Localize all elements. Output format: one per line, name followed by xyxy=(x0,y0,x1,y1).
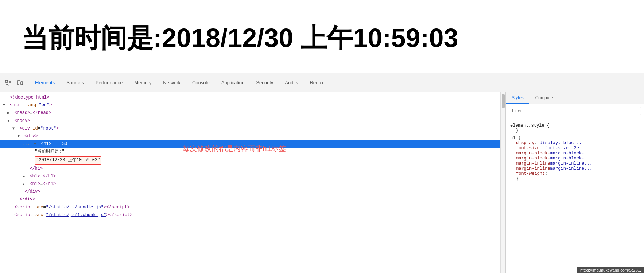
html-line-div-root-close[interactable]: </div> xyxy=(0,196,500,203)
highlight-text-node: "2018/12/30 上午10:59:03" xyxy=(35,156,101,165)
triangle-head[interactable] xyxy=(7,110,12,116)
triangle-h1-3[interactable] xyxy=(23,181,27,187)
tab-network[interactable]: Network xyxy=(157,74,186,92)
styles-filter xyxy=(506,104,644,118)
html-line-h1-3[interactable]: <h1>…</h1> xyxy=(0,180,500,188)
h1-fontweight-prop: font-weight: xyxy=(516,171,640,176)
html-line-script2[interactable]: <script src="/static/js/1.chunk.js"></sc… xyxy=(0,211,500,219)
triangle-div-root[interactable] xyxy=(12,126,17,132)
html-line-div-close[interactable]: </div> xyxy=(0,188,500,196)
h1-close: } xyxy=(516,176,640,181)
tab-redux[interactable]: Redux xyxy=(304,74,329,92)
scrollbar-thumb[interactable] xyxy=(502,94,505,108)
tooltip-bar: https://img.mukewang.com/5c28... xyxy=(577,267,644,273)
svg-rect-6 xyxy=(21,82,23,85)
svg-rect-0 xyxy=(5,80,8,82)
h1-style-body: display: display: bloc... font-size: fon… xyxy=(510,141,640,181)
element-style-selector: element.style { xyxy=(510,123,640,128)
tab-security[interactable]: Security xyxy=(250,74,279,92)
html-line-h1-selected[interactable]: ... <h1> == $0 xyxy=(0,140,500,148)
devtools-tabs: Elements Sources Performance Memory Netw… xyxy=(29,73,329,92)
inspect-element-icon[interactable] xyxy=(3,78,13,88)
h1-margininlinestart-prop: margin-inlinemargin-inline... xyxy=(516,161,640,166)
device-toolbar-icon[interactable] xyxy=(15,78,25,88)
styles-panel: Styles Compute element.style { } h1 { di… xyxy=(505,92,644,273)
h1-fontsize-prop: font-size: font-size: 2e... xyxy=(516,146,640,151)
html-line-h1-close[interactable]: </h1> xyxy=(0,165,500,173)
html-line-body[interactable]: <body> xyxy=(0,117,500,125)
html-line-head[interactable]: <head>…</head> xyxy=(0,109,500,117)
html-panel[interactable]: 每次修改的都是内容而非h1标签 <!doctype html> <html la… xyxy=(0,92,500,273)
devtools-icon-group xyxy=(3,78,25,88)
triangle-html[interactable] xyxy=(3,103,7,108)
tab-sources[interactable]: Sources xyxy=(61,74,90,92)
tab-computed[interactable]: Compute xyxy=(529,92,559,104)
h1-display-prop: display: display: bloc... xyxy=(516,141,640,146)
devtools-panel: Elements Sources Performance Memory Netw… xyxy=(0,73,644,273)
html-line-html[interactable]: <html lang="en"> xyxy=(0,101,500,109)
triangle-div-inner[interactable] xyxy=(18,134,22,139)
html-line-doctype[interactable]: <!doctype html> xyxy=(0,94,500,101)
filter-input[interactable] xyxy=(509,107,641,115)
html-line-div-root[interactable]: <div id="root"> xyxy=(0,125,500,132)
styles-content: element.style { } h1 { display: display:… xyxy=(506,118,644,273)
h1-margininlineend-prop: margin-inlinemargin-inline... xyxy=(516,166,640,171)
h1-marginblockstart-prop: margin-block-margin-block-... xyxy=(516,151,640,156)
h1-style-selector: h1 { xyxy=(510,135,640,141)
html-line-h1-2[interactable]: <h1>…</h1> xyxy=(0,173,500,180)
tab-application[interactable]: Application xyxy=(216,74,251,92)
html-line-script1[interactable]: <script src="/static/js/bundle.js"></scr… xyxy=(0,204,500,211)
triangle-h1-selected[interactable] xyxy=(34,141,38,147)
styles-tabs: Styles Compute xyxy=(506,92,644,104)
page-title: 当前时间是:2018/12/30 上午10:59:03 xyxy=(22,24,458,53)
tab-elements[interactable]: Elements xyxy=(29,74,61,92)
element-style-body: } xyxy=(510,128,640,133)
devtools-body: 每次修改的都是内容而非h1标签 <!doctype html> <html la… xyxy=(0,92,644,273)
tab-console[interactable]: Console xyxy=(186,74,216,92)
triangle-h1-2[interactable] xyxy=(23,174,27,180)
tab-audits[interactable]: Audits xyxy=(279,74,304,92)
page-content-area: 当前时间是:2018/12/30 上午10:59:03 xyxy=(0,0,644,73)
tab-performance[interactable]: Performance xyxy=(90,74,128,92)
tab-styles[interactable]: Styles xyxy=(506,92,529,104)
html-line-text2[interactable]: "2018/12/30 上午10:59:03" xyxy=(0,156,500,165)
svg-line-4 xyxy=(7,84,9,85)
tab-memory[interactable]: Memory xyxy=(128,74,157,92)
h1-marginblockend-prop: margin-block-margin-block-... xyxy=(516,156,640,161)
devtools-toolbar: Elements Sources Performance Memory Netw… xyxy=(0,73,644,92)
triangle-body[interactable] xyxy=(7,118,12,124)
html-panel-scrollbar[interactable] xyxy=(500,92,505,273)
html-line-div-inner[interactable]: <div> xyxy=(0,132,500,140)
html-line-text1[interactable]: "当前时间是:" xyxy=(0,148,500,155)
